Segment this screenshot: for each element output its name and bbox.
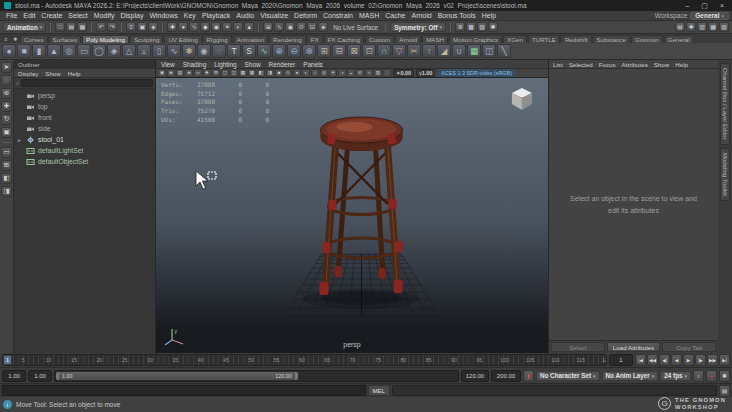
menu-help[interactable]: Help bbox=[479, 12, 499, 19]
construction-history-icon[interactable]: ≣ bbox=[455, 22, 465, 32]
fill-mode-icon[interactable]: ■ bbox=[275, 69, 283, 77]
step-forward-frame-button[interactable]: ▶▶ bbox=[707, 354, 718, 366]
shelf-menu-icon[interactable]: ≡ bbox=[2, 35, 10, 43]
make-live-icon[interactable]: ◈ bbox=[318, 22, 328, 32]
attr-menu-focus[interactable]: Focus bbox=[599, 61, 616, 68]
copy-tab-button[interactable]: Copy Tab bbox=[662, 342, 716, 352]
menu-modify[interactable]: Modify bbox=[91, 12, 118, 19]
play-forwards-button[interactable]: ▶ bbox=[683, 354, 694, 366]
snap-to-point-icon[interactable]: ◉ bbox=[285, 22, 295, 32]
modeling-toolkit-icon[interactable]: ▤ bbox=[675, 22, 685, 32]
select-component-icon[interactable]: ◈ bbox=[148, 22, 158, 32]
timeline-bookmark-button[interactable]: ▮ bbox=[523, 370, 534, 382]
poly-cylinder-icon[interactable]: ▮ bbox=[32, 44, 46, 58]
wireframe-on-shaded-icon[interactable]: ◎ bbox=[320, 69, 328, 77]
select-surfaces-icon[interactable]: ◆ bbox=[200, 22, 210, 32]
shelf-gear-icon[interactable]: ✱ bbox=[11, 35, 19, 43]
outliner-item-stool-01[interactable]: ▸stool_01 bbox=[14, 134, 155, 145]
svg-tool-icon[interactable]: S bbox=[242, 44, 256, 58]
layout-hypershade[interactable]: ◨ bbox=[1, 186, 12, 197]
fill-hole-icon[interactable]: ⊡ bbox=[362, 44, 376, 58]
shelf-tab-surfaces[interactable]: Surfaces bbox=[49, 35, 81, 43]
animation-start-field[interactable]: 1.00 bbox=[2, 370, 26, 382]
bridge-icon[interactable]: ∪ bbox=[452, 44, 466, 58]
select-dynamics-icon[interactable]: ✦ bbox=[222, 22, 232, 32]
select-curves-icon[interactable]: ∿ bbox=[189, 22, 199, 32]
timeline-track[interactable]: 5101520253035404550556065707580859095100… bbox=[2, 354, 607, 366]
platonic-solid-icon[interactable]: ◈ bbox=[107, 44, 121, 58]
poly-helix-icon[interactable]: ∿ bbox=[167, 44, 181, 58]
playback-start-field[interactable]: 1.00 bbox=[28, 370, 52, 382]
shelf-tab-rendering[interactable]: Rendering bbox=[269, 35, 306, 43]
layout-persp-outliner[interactable]: ◧ bbox=[1, 173, 12, 184]
menu-create[interactable]: Create bbox=[38, 12, 65, 19]
menu-deform[interactable]: Deform bbox=[291, 12, 320, 19]
new-scene-icon[interactable]: □ bbox=[55, 22, 65, 32]
menu-cache[interactable]: Cache bbox=[382, 12, 408, 19]
attr-menu-attributes[interactable]: Attributes bbox=[622, 61, 648, 68]
poly-disc-icon[interactable]: ◯ bbox=[92, 44, 106, 58]
grid-toggle-icon[interactable]: ⊞ bbox=[212, 69, 220, 77]
range-slider-track[interactable]: 1.00 120.00 bbox=[54, 370, 459, 382]
isolate-select-icon[interactable]: ◌ bbox=[383, 69, 391, 77]
lasso-tool[interactable]: ◌ bbox=[1, 75, 12, 86]
menu-edit[interactable]: Edit bbox=[20, 12, 38, 19]
shelf-tab-sculpting[interactable]: Sculpting bbox=[130, 35, 163, 43]
tool-settings-icon[interactable]: ▦ bbox=[708, 22, 718, 32]
outliner-item-defaultobjectset[interactable]: defaultObjectSet bbox=[14, 156, 155, 167]
wireframe-mode-icon[interactable]: ◇ bbox=[284, 69, 292, 77]
bookmarks-icon[interactable]: ★ bbox=[185, 69, 193, 77]
mute-audio-button[interactable]: ♪ bbox=[693, 370, 704, 382]
viewport-menu-shading[interactable]: Shading bbox=[183, 61, 206, 68]
close-button[interactable]: × bbox=[716, 2, 728, 9]
animation-preferences-button[interactable]: ✱ bbox=[719, 370, 730, 382]
motion-blur-icon[interactable]: ≋ bbox=[356, 69, 364, 77]
timeline-playhead[interactable]: 1 bbox=[3, 355, 12, 365]
scale-tool[interactable]: ▣ bbox=[1, 127, 12, 138]
extrude-icon[interactable]: ↑ bbox=[422, 44, 436, 58]
menu-windows[interactable]: Windows bbox=[146, 12, 180, 19]
lock-camera-icon[interactable]: ◈ bbox=[167, 69, 175, 77]
command-line-input[interactable] bbox=[2, 385, 366, 396]
move-tool[interactable]: ✚ bbox=[1, 101, 12, 112]
outliner-item-side[interactable]: side bbox=[14, 123, 155, 134]
shelf-tab-fx[interactable]: FX bbox=[307, 35, 323, 43]
select-camera-icon[interactable]: ◉ bbox=[158, 69, 166, 77]
layout-four-pane[interactable]: ⊞ bbox=[1, 160, 12, 171]
outliner-item-persp[interactable]: persp bbox=[14, 90, 155, 101]
shelf-tab-uv-editing[interactable]: UV Editing bbox=[164, 35, 201, 43]
color-management-badge[interactable]: ACES 1.3 SDR-video (sRGB) bbox=[438, 69, 515, 77]
outliner-menu-display[interactable]: Display bbox=[18, 70, 38, 77]
safe-title-icon[interactable]: ◨ bbox=[266, 69, 274, 77]
ipr-render-icon[interactable]: ▨ bbox=[477, 22, 487, 32]
select-joints-icon[interactable]: ● bbox=[178, 22, 188, 32]
shelf-tab-general[interactable]: General bbox=[664, 35, 694, 43]
separate-icon[interactable]: ⊟ bbox=[332, 44, 346, 58]
soccer-ball-icon[interactable]: ◉ bbox=[197, 44, 211, 58]
shelf-tab-xgen[interactable]: XGen bbox=[503, 35, 527, 43]
undo-icon[interactable]: ↶ bbox=[96, 22, 106, 32]
rotate-tool[interactable]: ↻ bbox=[1, 114, 12, 125]
shadows-icon[interactable]: ◑ bbox=[338, 69, 346, 77]
channel-box-icon[interactable]: ▧ bbox=[719, 22, 729, 32]
attr-menu-list[interactable]: List bbox=[553, 61, 563, 68]
symmetry-selector[interactable]: Symmetry: Off▾ bbox=[390, 22, 446, 32]
attr-menu-selected[interactable]: Selected bbox=[569, 61, 593, 68]
viewport-menu-lighting[interactable]: Lighting bbox=[214, 61, 236, 68]
poly-torus-icon[interactable]: ◎ bbox=[62, 44, 76, 58]
poly-pipe-icon[interactable]: ▯ bbox=[152, 44, 166, 58]
shelf-tab-arnold[interactable]: Arnold bbox=[395, 35, 421, 43]
reduce-icon[interactable]: ▽ bbox=[392, 44, 406, 58]
sweep-mesh-icon[interactable]: ∿ bbox=[257, 44, 271, 58]
render-settings-icon[interactable]: ✱ bbox=[488, 22, 498, 32]
smooth-icon[interactable]: ∩ bbox=[377, 44, 391, 58]
viewport-menu-show[interactable]: Show bbox=[245, 61, 261, 68]
menu-audio[interactable]: Audio bbox=[233, 12, 257, 19]
paint-select-tool[interactable]: ⊛ bbox=[1, 88, 12, 99]
attr-select-button[interactable]: Select bbox=[551, 342, 605, 352]
layout-single-pane[interactable]: ▭ bbox=[1, 147, 12, 158]
poly-pyramid-icon[interactable]: △ bbox=[122, 44, 136, 58]
hik-character-icon[interactable]: ✚ bbox=[686, 22, 696, 32]
outliner-menu-help[interactable]: Help bbox=[68, 70, 81, 77]
menu-set-selector[interactable]: Animation▾ bbox=[3, 22, 46, 32]
